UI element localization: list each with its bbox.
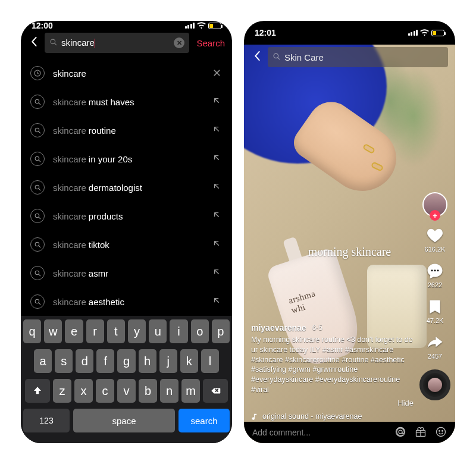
insert-suggestion-button[interactable] xyxy=(211,181,223,194)
key-g[interactable]: g xyxy=(117,349,135,373)
cellular-icon xyxy=(408,30,418,36)
svg-point-22 xyxy=(439,430,440,431)
suggestion-text: skincareasmr xyxy=(53,268,202,278)
key-y[interactable]: y xyxy=(128,319,146,343)
search-suggestion-row[interactable]: skincare✕ xyxy=(21,59,232,87)
wifi-icon xyxy=(197,21,206,30)
insert-suggestion-button[interactable] xyxy=(211,267,223,280)
search-suggestion-row[interactable]: skincaredermatologist xyxy=(21,173,232,202)
follow-button[interactable]: + xyxy=(430,210,440,221)
key-j[interactable]: j xyxy=(159,349,177,373)
insert-suggestion-button[interactable] xyxy=(211,124,223,137)
key-o[interactable]: o xyxy=(191,319,209,343)
text-cursor xyxy=(95,39,96,48)
svg-point-16 xyxy=(434,269,436,271)
battery-icon xyxy=(208,23,221,29)
search-suggestion-row[interactable]: skincareroutine xyxy=(21,116,232,145)
insert-suggestion-button[interactable] xyxy=(211,153,223,165)
key-q[interactable]: q xyxy=(23,319,41,343)
comment-input[interactable]: Add comment... xyxy=(252,428,386,437)
search-suggestion-row[interactable]: skincaretiktok xyxy=(21,230,232,259)
gift-icon[interactable] xyxy=(415,426,427,440)
numeric-key[interactable]: 123 xyxy=(23,409,70,432)
on-screen-keyboard: qwertyuiop asdfghjkl zxcvbnm 123 space s… xyxy=(21,316,232,443)
key-r[interactable]: r xyxy=(86,319,104,343)
share-count: 2457 xyxy=(428,353,442,360)
key-f[interactable]: f xyxy=(96,349,114,373)
search-suggestion-row[interactable]: skincareaesthetic xyxy=(21,287,232,316)
svg-point-17 xyxy=(437,269,439,271)
svg-point-21 xyxy=(437,427,446,436)
video-player[interactable]: arshmawhi morning skincare + 616.2K 2622… xyxy=(244,45,455,443)
svg-point-9 xyxy=(35,299,39,303)
search-input[interactable]: Skin Care xyxy=(268,47,448,67)
sound-name: original sound - miyaevarenae xyxy=(262,412,362,421)
creator-avatar[interactable]: + xyxy=(422,192,447,217)
clear-input-button[interactable]: ✕ xyxy=(174,37,184,48)
hide-caption-button[interactable]: Hide xyxy=(251,399,414,407)
remove-suggestion-button[interactable]: ✕ xyxy=(211,67,223,80)
svg-point-23 xyxy=(442,430,443,431)
creator-username[interactable]: miyaevarenae xyxy=(251,323,306,333)
search-suggestion-row[interactable]: skincareproducts xyxy=(21,202,232,230)
key-x[interactable]: x xyxy=(74,379,93,403)
svg-point-2 xyxy=(35,99,39,104)
key-w[interactable]: w xyxy=(44,319,62,343)
insert-suggestion-button[interactable] xyxy=(211,239,223,251)
emoji-icon[interactable] xyxy=(435,426,447,440)
back-button[interactable] xyxy=(251,48,263,67)
insert-suggestion-button[interactable] xyxy=(211,210,223,222)
comment-button[interactable]: 2622 xyxy=(426,262,444,289)
key-c[interactable]: c xyxy=(96,379,114,403)
comment-input-bar: Add comment... xyxy=(244,422,455,443)
search-input[interactable]: skincare ✕ xyxy=(45,33,189,53)
key-b[interactable]: b xyxy=(139,379,157,403)
key-d[interactable]: d xyxy=(76,349,93,373)
suggestion-text: skincareproducts xyxy=(53,211,202,221)
search-suggestion-row[interactable]: skincaremust haves xyxy=(21,87,232,116)
search-icon xyxy=(30,294,45,309)
search-suggestion-row[interactable]: skincarein your 20s xyxy=(21,145,232,173)
sound-disc[interactable] xyxy=(419,369,450,400)
key-u[interactable]: u xyxy=(149,319,167,343)
key-z[interactable]: z xyxy=(53,379,71,403)
key-s[interactable]: s xyxy=(55,349,73,373)
insert-suggestion-button[interactable] xyxy=(211,96,223,108)
search-icon xyxy=(49,38,58,48)
key-a[interactable]: a xyxy=(34,349,52,373)
key-p[interactable]: p xyxy=(212,319,230,343)
shift-key[interactable] xyxy=(25,379,50,403)
save-button[interactable]: 47.2K xyxy=(426,298,444,324)
search-input-value: Skin Care xyxy=(284,52,443,62)
key-i[interactable]: i xyxy=(170,319,187,343)
svg-point-15 xyxy=(431,269,433,271)
space-key[interactable]: space xyxy=(73,409,175,432)
status-time: 12:00 xyxy=(32,21,53,30)
key-n[interactable]: n xyxy=(160,379,178,403)
caption-text[interactable]: My morning skincare routine <3 don't for… xyxy=(251,335,414,395)
key-m[interactable]: m xyxy=(181,379,200,403)
search-suggestion-row[interactable]: skincareasmr xyxy=(21,259,232,287)
key-e[interactable]: e xyxy=(65,319,83,343)
key-t[interactable]: t xyxy=(107,319,125,343)
search-icon xyxy=(30,95,45,109)
like-button[interactable]: 616.2K xyxy=(425,227,446,253)
search-icon xyxy=(30,123,45,137)
search-input-value: skincare xyxy=(61,37,170,48)
search-submit-button[interactable]: Search xyxy=(194,38,225,48)
phone-video-screen: 12:01 Skin Care arshmawhi xyxy=(244,21,455,443)
mention-icon[interactable] xyxy=(394,426,406,440)
keyboard-search-key[interactable]: search xyxy=(178,409,230,432)
status-bar: 12:01 xyxy=(244,21,455,45)
back-button[interactable] xyxy=(28,34,40,52)
comment-count: 2622 xyxy=(428,281,442,289)
key-v[interactable]: v xyxy=(117,379,136,403)
share-button[interactable]: 2457 xyxy=(426,334,444,360)
key-h[interactable]: h xyxy=(139,349,156,373)
key-k[interactable]: k xyxy=(180,349,198,373)
insert-suggestion-button[interactable] xyxy=(211,296,223,308)
key-l[interactable]: l xyxy=(201,349,219,373)
svg-point-8 xyxy=(35,271,39,275)
sound-attribution[interactable]: original sound - miyaevarenae xyxy=(251,412,362,421)
backspace-key[interactable] xyxy=(203,379,228,403)
